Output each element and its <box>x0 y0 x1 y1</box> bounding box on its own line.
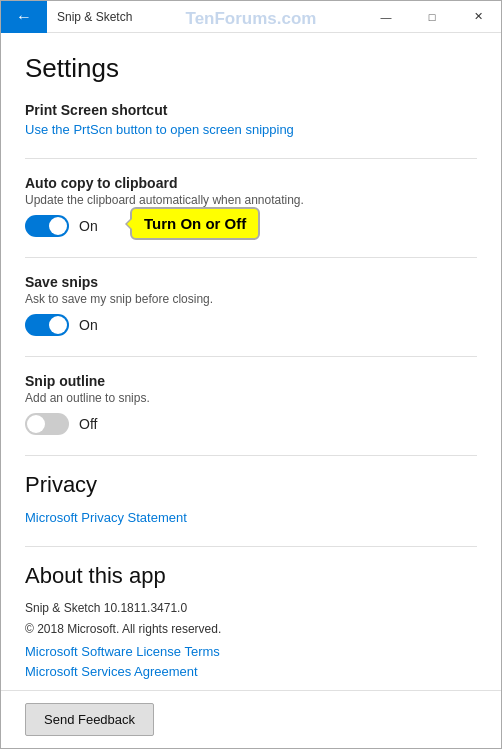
divider-3 <box>25 356 477 357</box>
divider-2 <box>25 257 477 258</box>
divider-4 <box>25 455 477 456</box>
save-snips-toggle-thumb <box>49 316 67 334</box>
callout-bubble: Turn On or Off <box>130 207 260 240</box>
snip-outline-toggle-thumb <box>27 415 45 433</box>
title-bar: ← Snip & Sketch — □ ✕ <box>1 1 501 33</box>
about-version: Snip & Sketch 10.1811.3471.0 <box>25 599 477 617</box>
snip-outline-toggle-text: Off <box>79 416 97 432</box>
maximize-button[interactable]: □ <box>409 1 455 33</box>
print-screen-link[interactable]: Use the PrtScn button to open screen sni… <box>25 122 294 137</box>
settings-title: Settings <box>25 53 477 84</box>
close-button[interactable]: ✕ <box>455 1 501 33</box>
save-snips-desc: Ask to save my snip before closing. <box>25 292 477 306</box>
license-terms-link[interactable]: Microsoft Software License Terms <box>25 644 220 659</box>
window-controls: — □ ✕ <box>363 1 501 33</box>
save-snips-label: Save snips <box>25 274 477 290</box>
snip-outline-toggle[interactable] <box>25 413 69 435</box>
save-snips-toggle-text: On <box>79 317 98 333</box>
send-feedback-button[interactable]: Send Feedback <box>25 703 154 736</box>
auto-copy-label: Auto copy to clipboard <box>25 175 477 191</box>
print-screen-group: Print Screen shortcut Use the PrtScn but… <box>25 102 477 138</box>
auto-copy-toggle-row: On Turn On or Off <box>25 215 477 237</box>
about-group: About this app Snip & Sketch 10.1811.347… <box>25 563 477 680</box>
privacy-link[interactable]: Microsoft Privacy Statement <box>25 510 187 525</box>
snip-outline-group: Snip outline Add an outline to snips. Of… <box>25 373 477 435</box>
back-button[interactable]: ← <box>1 1 47 33</box>
auto-copy-desc: Update the clipboard automatically when … <box>25 193 477 207</box>
settings-content: Settings Print Screen shortcut Use the P… <box>1 33 501 690</box>
window-title: Snip & Sketch <box>47 10 363 24</box>
privacy-title: Privacy <box>25 472 477 498</box>
auto-copy-toggle-text: On <box>79 218 98 234</box>
snip-outline-label: Snip outline <box>25 373 477 389</box>
back-icon: ← <box>16 8 32 26</box>
snip-outline-desc: Add an outline to snips. <box>25 391 477 405</box>
print-screen-label: Print Screen shortcut <box>25 102 477 118</box>
auto-copy-group: Auto copy to clipboard Update the clipbo… <box>25 175 477 237</box>
services-agreement-link[interactable]: Microsoft Services Agreement <box>25 664 198 679</box>
about-title: About this app <box>25 563 477 589</box>
auto-copy-toggle[interactable] <box>25 215 69 237</box>
divider-1 <box>25 158 477 159</box>
app-window: TenForums.com ← Snip & Sketch — □ ✕ Sett… <box>0 0 502 749</box>
privacy-group: Privacy Microsoft Privacy Statement <box>25 472 477 526</box>
auto-copy-toggle-thumb <box>49 217 67 235</box>
snip-outline-toggle-row: Off <box>25 413 477 435</box>
save-snips-toggle[interactable] <box>25 314 69 336</box>
minimize-button[interactable]: — <box>363 1 409 33</box>
save-snips-group: Save snips Ask to save my snip before cl… <box>25 274 477 336</box>
footer: Send Feedback <box>1 690 501 748</box>
save-snips-toggle-row: On <box>25 314 477 336</box>
divider-5 <box>25 546 477 547</box>
about-copyright: © 2018 Microsoft. All rights reserved. <box>25 620 477 638</box>
